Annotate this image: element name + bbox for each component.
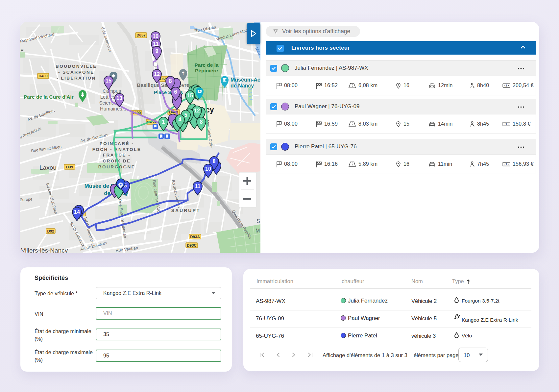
svg-text:FOCH - ANATOLE: FOCH - ANATOLE bbox=[92, 147, 141, 152]
svg-text:1: 1 bbox=[162, 119, 165, 125]
svg-text:✝: ✝ bbox=[182, 71, 185, 76]
svg-text:D93A: D93A bbox=[190, 235, 200, 239]
svg-text:10: 10 bbox=[153, 34, 158, 39]
svg-text:Parc de la Cure d'Air: Parc de la Cure d'Air bbox=[24, 94, 74, 100]
svg-text:Europe: Europe bbox=[20, 197, 33, 202]
svg-text:- SCARPONE: - SCARPONE bbox=[58, 70, 94, 75]
svg-text:4: 4 bbox=[179, 117, 182, 122]
svg-text:15: 15 bbox=[187, 93, 193, 98]
svg-text:14: 14 bbox=[74, 209, 80, 215]
svg-text:Laxou: Laxou bbox=[39, 164, 57, 171]
svg-text:10: 10 bbox=[205, 166, 211, 172]
svg-text:S: S bbox=[256, 218, 260, 224]
svg-text:Parc de la: Parc de la bbox=[194, 62, 219, 68]
svg-text:15: 15 bbox=[106, 78, 111, 84]
svg-text:- LIBÉRATION: - LIBÉRATION bbox=[57, 76, 96, 81]
svg-text:POINCARÉ -: POINCARÉ - bbox=[100, 141, 134, 146]
svg-text:D92: D92 bbox=[47, 229, 54, 233]
svg-text:M: M bbox=[255, 228, 260, 233]
svg-text:11: 11 bbox=[153, 41, 159, 47]
svg-text:SAURUPT: SAURUPT bbox=[171, 208, 201, 213]
svg-text:12: 12 bbox=[194, 108, 200, 113]
svg-text:8: 8 bbox=[169, 78, 172, 84]
svg-text:E: E bbox=[20, 48, 24, 53]
svg-text:de Nancy: de Nancy bbox=[231, 83, 254, 88]
svg-text:D400: D400 bbox=[38, 74, 48, 78]
svg-text:Basilique Saint-Epvre: Basilique Saint-Epvre bbox=[137, 82, 189, 88]
svg-text:6: 6 bbox=[174, 89, 177, 95]
svg-text:D93C: D93C bbox=[187, 243, 196, 247]
svg-text:Villers-lès-Nancy: Villers-lès-Nancy bbox=[21, 247, 68, 253]
svg-text:8: 8 bbox=[213, 159, 216, 164]
svg-text:1: 1 bbox=[505, 162, 507, 166]
svg-text:D657: D657 bbox=[136, 33, 146, 37]
svg-text:Campus: Campus bbox=[103, 88, 121, 94]
svg-text:D39: D39 bbox=[66, 165, 73, 169]
svg-text:11: 11 bbox=[195, 184, 201, 189]
svg-text:1: 1 bbox=[505, 84, 507, 87]
svg-text:BOUDONVILLE: BOUDONVILLE bbox=[56, 64, 97, 69]
svg-text:5: 5 bbox=[184, 112, 187, 118]
svg-text:13: 13 bbox=[116, 95, 122, 101]
svg-text:Pépinière: Pépinière bbox=[195, 68, 218, 73]
svg-text:12: 12 bbox=[154, 71, 160, 77]
svg-text:BOURGOGNE: BOURGOGNE bbox=[98, 164, 135, 169]
svg-text:1: 1 bbox=[505, 122, 507, 126]
svg-text:8: 8 bbox=[200, 119, 203, 125]
svg-text:9: 9 bbox=[156, 48, 158, 54]
svg-text:Muséum-Ac: Muséum-Ac bbox=[231, 77, 260, 83]
